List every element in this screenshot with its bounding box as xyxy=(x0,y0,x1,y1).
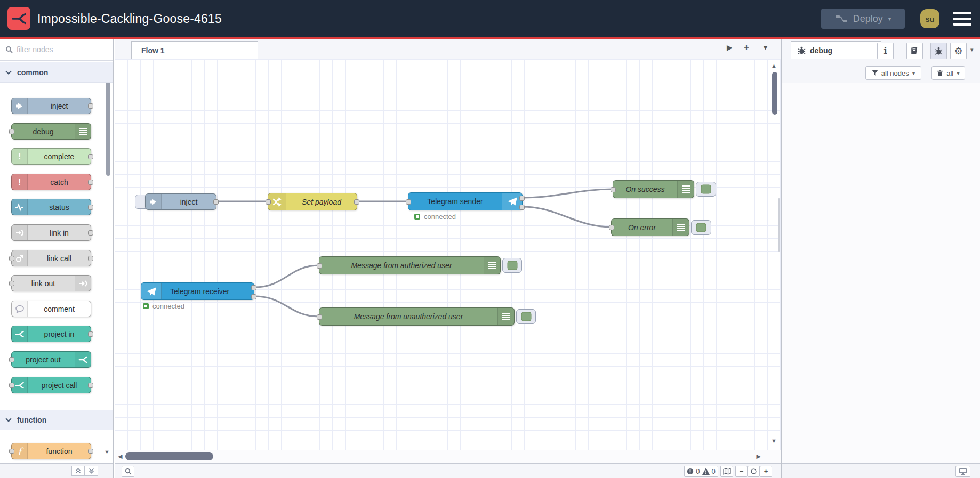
expand-all-button[interactable] xyxy=(85,466,98,476)
palette-node-project-in[interactable]: project in xyxy=(11,326,91,342)
palette-node-link-out[interactable]: link out xyxy=(11,275,91,291)
debug-toggle-button[interactable] xyxy=(691,220,711,235)
palette-category-function[interactable]: function xyxy=(0,410,113,430)
change-shuffle-icon xyxy=(268,193,286,210)
notification-counts[interactable]: 0 0 xyxy=(684,466,718,477)
add-flow-button[interactable]: + xyxy=(744,42,749,53)
sidebar-debug-button[interactable] xyxy=(930,43,947,59)
palette-node-project-call[interactable]: project call xyxy=(11,377,91,393)
info-icon: i xyxy=(883,46,887,56)
tab-debug[interactable]: debug xyxy=(791,41,881,60)
input-port[interactable] xyxy=(611,187,616,192)
sidebar-menu-caret-icon[interactable]: ▾ xyxy=(970,46,974,53)
output-port[interactable] xyxy=(88,256,93,261)
output-port[interactable] xyxy=(354,199,359,205)
canvas-hscrollbar[interactable] xyxy=(125,452,213,460)
canvas-scroll-up-icon[interactable]: ▲ xyxy=(771,63,777,69)
output-port[interactable] xyxy=(213,199,219,205)
node-on-error[interactable]: On error xyxy=(611,218,689,236)
debug-toggle-button[interactable] xyxy=(696,182,716,197)
node-telegram-receiver[interactable]: Telegram receiver xyxy=(141,282,254,300)
node-telegram-sender[interactable]: Telegram sender xyxy=(408,192,523,210)
wire[interactable] xyxy=(523,207,611,227)
input-port[interactable] xyxy=(9,256,14,261)
sidebar-resize-handle[interactable] xyxy=(778,198,780,252)
canvas-search-button[interactable] xyxy=(122,466,134,477)
node-set-payload[interactable]: Set payload xyxy=(268,193,357,210)
debug-messages-panel[interactable] xyxy=(782,83,980,463)
collapse-all-button[interactable] xyxy=(71,466,85,476)
tab-flow-1[interactable]: Flow 1 xyxy=(131,41,258,60)
palette-node-debug[interactable]: debug xyxy=(11,123,91,140)
palette-node-inject[interactable]: inject xyxy=(11,98,91,114)
output-port-authorized[interactable] xyxy=(251,285,256,290)
debug-filter-button[interactable]: all nodes ▾ xyxy=(865,66,921,80)
palette-node-comment[interactable]: comment xyxy=(11,301,91,317)
zoom-in-button[interactable]: + xyxy=(760,466,772,477)
sidebar-config-button[interactable]: ⚙ xyxy=(950,43,967,59)
palette-filter-input[interactable] xyxy=(17,45,97,54)
output-port[interactable] xyxy=(88,154,93,159)
deploy-button[interactable]: Deploy ▾ xyxy=(821,9,905,29)
palette-node-project-out[interactable]: project out xyxy=(11,351,91,368)
input-port[interactable] xyxy=(317,263,322,269)
node-msg-authorized[interactable]: Message from autherized user xyxy=(319,256,501,274)
node-on-success[interactable]: On success xyxy=(613,180,694,198)
open-window-button[interactable] xyxy=(955,466,970,477)
tab-list-icon[interactable]: ▶ xyxy=(727,43,733,52)
output-port[interactable] xyxy=(88,449,93,454)
debug-toggle-button[interactable] xyxy=(502,258,522,273)
input-port[interactable] xyxy=(266,199,271,205)
output-port-success[interactable] xyxy=(519,196,525,201)
input-port[interactable] xyxy=(9,129,14,134)
zoom-reset-button[interactable] xyxy=(748,466,760,477)
wire[interactable] xyxy=(254,296,319,317)
input-port[interactable] xyxy=(9,357,14,362)
node-msg-unauthorized[interactable]: Message from unautherized user xyxy=(319,307,515,326)
output-port[interactable] xyxy=(88,180,93,185)
flowfuse-icon xyxy=(12,326,28,342)
palette-node-status[interactable]: status xyxy=(11,199,91,215)
input-port[interactable] xyxy=(406,199,411,205)
canvas-vscrollbar[interactable] xyxy=(772,72,777,115)
zoom-out-button[interactable]: − xyxy=(735,466,748,477)
exclamation-icon: ! xyxy=(12,174,28,190)
view-navigator-button[interactable] xyxy=(720,466,733,477)
palette-category-common[interactable]: common xyxy=(0,62,113,83)
user-avatar[interactable]: su xyxy=(920,9,939,28)
canvas-scroll-left-icon[interactable]: ◀ xyxy=(118,453,122,459)
palette-scroll-down-icon[interactable]: ▼ xyxy=(104,449,110,455)
flow-canvas[interactable]: inject Set payload Telegram sender co xyxy=(115,59,781,463)
tab-menu-caret-icon[interactable]: ▾ xyxy=(764,43,767,52)
palette-node-link-in[interactable]: link in xyxy=(11,224,91,241)
palette-node-catch[interactable]: ! catch xyxy=(11,174,91,190)
output-port[interactable] xyxy=(88,383,93,388)
output-port-unauthorized[interactable] xyxy=(251,294,256,299)
sidebar-info-button[interactable]: i xyxy=(877,43,894,59)
input-port[interactable] xyxy=(9,449,14,454)
canvas-scroll-right-icon[interactable]: ▶ xyxy=(757,453,761,459)
output-port-error[interactable] xyxy=(519,205,525,210)
palette-search[interactable] xyxy=(0,39,113,61)
input-port[interactable] xyxy=(9,281,14,286)
output-port[interactable] xyxy=(88,103,93,109)
canvas-scroll-down-icon[interactable]: ▼ xyxy=(771,438,777,444)
input-port[interactable] xyxy=(609,225,614,230)
output-port[interactable] xyxy=(88,331,93,337)
wire[interactable] xyxy=(254,265,319,287)
palette-scrollbar[interactable] xyxy=(106,80,110,176)
wire[interactable] xyxy=(523,189,613,198)
node-inject[interactable]: inject xyxy=(145,193,216,210)
input-port[interactable] xyxy=(9,383,14,388)
output-port[interactable] xyxy=(88,230,93,236)
deploy-caret-icon[interactable]: ▾ xyxy=(888,15,891,22)
debug-toggle-button[interactable] xyxy=(516,309,536,324)
input-port[interactable] xyxy=(317,314,322,320)
sidebar-help-button[interactable] xyxy=(906,43,923,59)
main-menu-button[interactable] xyxy=(953,12,971,26)
output-port[interactable] xyxy=(88,205,93,210)
palette-node-complete[interactable]: ! complete xyxy=(11,148,91,165)
debug-clear-button[interactable]: all ▾ xyxy=(931,66,965,80)
palette-node-link-call[interactable]: link call xyxy=(11,250,91,266)
palette-node-function[interactable]: f function xyxy=(11,443,91,459)
